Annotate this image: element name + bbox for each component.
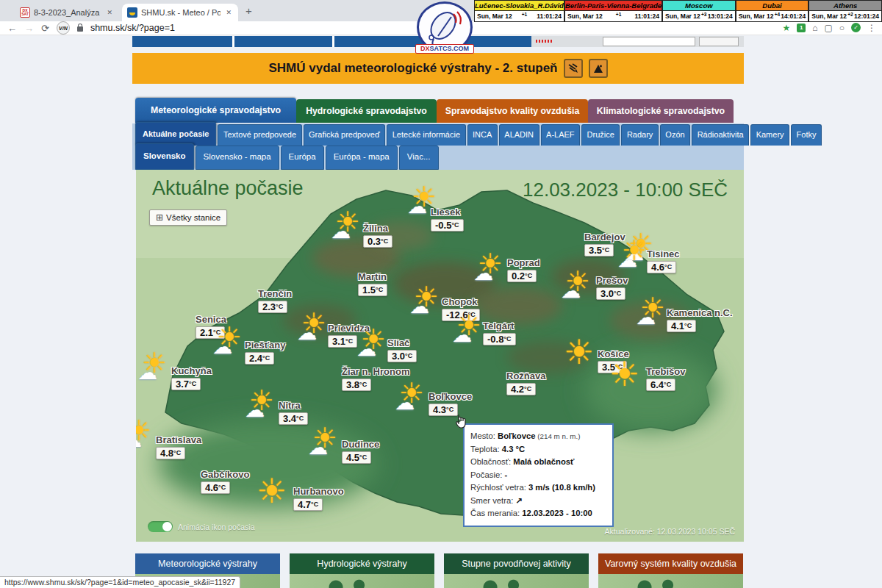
all-stations-button[interactable]: ⊞ Všetky stanice bbox=[149, 209, 227, 226]
bottom-panel[interactable]: Varovný systém kvality ovzdušia bbox=[598, 553, 743, 588]
weather-station[interactable]: ☀☁Sliač3.0°C bbox=[387, 337, 417, 362]
weather-station[interactable]: Trenčín2.3°C bbox=[258, 288, 292, 313]
bottom-panel[interactable]: Hydrologické výstrahy bbox=[290, 553, 434, 588]
station-temperature[interactable]: 4.6°C bbox=[201, 481, 230, 494]
avalanche-warning-icon[interactable] bbox=[589, 59, 608, 78]
extension-badge-icon[interactable]: 1 bbox=[797, 24, 806, 32]
station-temperature[interactable]: 3.0°C bbox=[596, 287, 625, 300]
site-search-input[interactable] bbox=[603, 37, 695, 46]
vpn-badge[interactable]: V/N bbox=[57, 21, 70, 35]
main-tab-spravodajstvo[interactable]: Spravodajstvo kvality ovzdušia bbox=[437, 99, 588, 123]
weather-station[interactable]: ☀☁Prešov3.0°C bbox=[596, 275, 628, 300]
reload-icon[interactable]: ⟳ bbox=[41, 24, 49, 33]
weather-station[interactable]: ☀Trebišov6.4°C bbox=[646, 366, 685, 391]
sub-tab[interactable]: Družice bbox=[581, 124, 620, 146]
menu-icon[interactable]: ⋮ bbox=[867, 24, 876, 32]
station-temperature[interactable]: 2.4°C bbox=[245, 352, 274, 365]
screenshot-icon[interactable]: ▢ bbox=[824, 24, 832, 32]
weather-station[interactable]: Gabčíkovo4.6°C bbox=[201, 469, 249, 494]
site-search-button[interactable] bbox=[699, 37, 739, 46]
station-temperature[interactable]: 4.2°C bbox=[506, 383, 536, 395]
browser-tab-shmu[interactable]: SHMU.sk - Meteo / Počasie / Hydrol ✕ bbox=[122, 4, 238, 21]
world-clock: Lučenec-Slovakia_R.DávidSun, Mar 12+111:… bbox=[474, 0, 564, 22]
station-temperature[interactable]: 0.2°C bbox=[507, 270, 537, 282]
station-temperature[interactable]: 2.3°C bbox=[258, 301, 287, 313]
wind-warning-icon[interactable] bbox=[564, 59, 583, 78]
weather-station[interactable]: ☀Hurbanovo4.7°C bbox=[293, 486, 344, 511]
station-temperature[interactable]: 6.4°C bbox=[646, 379, 675, 391]
forward-icon[interactable]: → bbox=[24, 24, 34, 33]
new-tab-button[interactable]: + bbox=[245, 4, 252, 17]
station-temperature[interactable]: 4.1°C bbox=[667, 320, 696, 332]
browser-tab-analysis[interactable]: DXSAT 8-3-2023_Analýza a dokazovanie ac … bbox=[15, 4, 119, 21]
sub-tab[interactable]: Aktuálne počasie bbox=[135, 122, 216, 146]
station-temperature[interactable]: 4.5°C bbox=[342, 451, 371, 464]
weather-station[interactable]: ☀☁Telgárt-0.8°C bbox=[483, 320, 516, 345]
weather-station[interactable]: ☀☁Kuchyňa3.7°C bbox=[171, 365, 212, 390]
sub-tab[interactable]: Grafická predpoveď bbox=[304, 124, 386, 146]
weather-station[interactable]: ☀☁Bratislava4.8°C bbox=[156, 434, 201, 459]
region-tab[interactable]: Viac... bbox=[399, 146, 439, 170]
bottom-panel-header[interactable]: Hydrologické výstrahy bbox=[290, 553, 434, 574]
bottom-panel[interactable]: Stupne povodňovej aktivity bbox=[444, 553, 589, 588]
region-tab[interactable]: Slovensko bbox=[135, 143, 194, 170]
sub-tab[interactable]: Radary bbox=[621, 124, 658, 146]
station-temperature[interactable]: 4.6°C bbox=[647, 261, 676, 273]
sub-tab[interactable]: Kamery bbox=[750, 124, 789, 146]
main-tab-meteorologické[interactable]: Meteorologické spravodajstvo bbox=[135, 98, 296, 123]
shield-check-icon[interactable]: ✓ bbox=[851, 23, 861, 32]
station-temperature[interactable]: 0.3°C bbox=[363, 235, 392, 248]
station-temperature[interactable]: 1.5°C bbox=[358, 284, 387, 296]
main-tab-hydrologické[interactable]: Hydrologické spravodajstvo bbox=[296, 99, 437, 123]
bottom-panel-header[interactable]: Varovný systém kvality ovzdušia bbox=[598, 553, 743, 574]
sub-tab[interactable]: Letecké informácie bbox=[387, 124, 465, 146]
station-temperature[interactable]: 3.5°C bbox=[584, 244, 614, 257]
close-tab-icon[interactable]: ✕ bbox=[105, 9, 114, 16]
weather-station[interactable]: Martin1.5°C bbox=[358, 271, 387, 296]
station-temperature[interactable]: 3.0°C bbox=[387, 350, 417, 362]
weather-station[interactable]: ☀☁Žilina0.3°C bbox=[363, 223, 392, 248]
station-temperature[interactable]: 4.8°C bbox=[156, 447, 185, 459]
weather-station[interactable]: ☀☁Tisinec4.6°C bbox=[647, 248, 680, 273]
station-temperature[interactable]: 4.3°C bbox=[429, 404, 458, 416]
region-tab[interactable]: Slovensko - mapa bbox=[196, 146, 279, 170]
circle-extension-icon[interactable]: ○ bbox=[839, 24, 845, 32]
bottom-panel-header[interactable]: Stupne povodňovej aktivity bbox=[444, 553, 589, 574]
region-tab[interactable]: Európa - mapa bbox=[326, 146, 398, 170]
station-temperature[interactable]: 3.4°C bbox=[279, 412, 308, 425]
weather-station[interactable]: ☀☁Dudince4.5°C bbox=[342, 439, 379, 464]
toggle-switch-icon[interactable] bbox=[148, 521, 173, 532]
station-temperature[interactable]: 4.7°C bbox=[293, 498, 323, 511]
weather-station[interactable]: ☀☁Nitra3.4°C bbox=[279, 400, 308, 425]
weather-station[interactable]: Rožňava4.2°C bbox=[506, 370, 545, 395]
close-tab-icon[interactable]: ✕ bbox=[224, 9, 233, 16]
station-temperature[interactable]: -0.5°C bbox=[431, 219, 464, 232]
animation-toggle[interactable]: Animácia ikon počasia bbox=[148, 521, 254, 532]
bottom-panel-header[interactable]: Meteorologické výstrahy bbox=[135, 553, 280, 574]
station-temperature[interactable]: -0.8°C bbox=[483, 333, 516, 345]
sub-tab[interactable]: Ozón bbox=[660, 124, 690, 146]
lock-icon[interactable] bbox=[77, 26, 83, 32]
bookmark-star-icon[interactable]: ★ bbox=[782, 24, 790, 32]
sub-tab[interactable]: ALADIN bbox=[499, 124, 539, 146]
back-icon[interactable]: ← bbox=[7, 24, 17, 33]
main-tab-klimatologické[interactable]: Klimatologické spravodajstvo bbox=[588, 99, 734, 123]
url-text[interactable]: shmu.sk/sk/?page=1 bbox=[90, 23, 175, 33]
sub-tab[interactable]: A-LAEF bbox=[541, 124, 581, 146]
station-temperature[interactable]: 3.8°C bbox=[342, 379, 371, 391]
home-icon[interactable]: ⌂ bbox=[812, 24, 817, 32]
weather-station[interactable]: ☀☁Poprad0.2°C bbox=[507, 257, 540, 282]
sub-tab[interactable]: Fotky bbox=[791, 124, 822, 146]
weather-station[interactable]: ☀☁Liesek-0.5°C bbox=[431, 207, 464, 232]
weather-map[interactable]: Aktuálne počasie 12.03.2023 - 10:00 SEČ … bbox=[136, 170, 744, 542]
station-temperature[interactable]: 3.1°C bbox=[328, 335, 357, 348]
tooltip-value: 12.03.2023 - 10:00 bbox=[522, 509, 592, 517]
weather-station[interactable]: ☀☁Kamenica n.C.4.1°C bbox=[667, 307, 733, 332]
weather-station[interactable]: ☀☁Boľkovce4.3°C bbox=[429, 391, 472, 416]
sub-tab[interactable]: Textové predpovede bbox=[218, 124, 301, 146]
region-tab[interactable]: Európa bbox=[281, 146, 324, 170]
weather-station[interactable]: ☀☁Piešťany2.4°C bbox=[245, 340, 285, 365]
station-temperature[interactable]: 3.7°C bbox=[171, 378, 201, 390]
sub-tab[interactable]: INCA bbox=[467, 124, 498, 146]
sub-tab[interactable]: Rádioaktivita bbox=[692, 124, 749, 146]
